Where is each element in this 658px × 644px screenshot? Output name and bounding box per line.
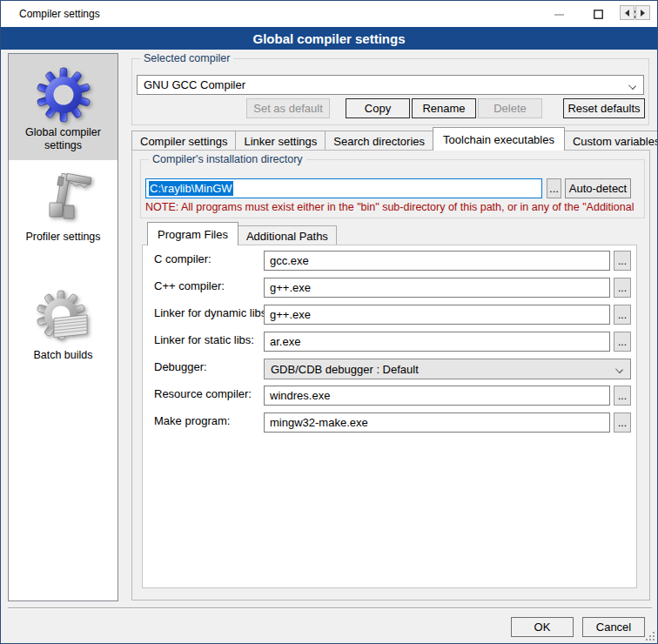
reset-defaults-button[interactable]: Reset defaults xyxy=(563,98,645,118)
c-compiler-label: C compiler: xyxy=(154,252,212,265)
gray-gear-stack-icon xyxy=(35,282,92,346)
tab-additional-paths[interactable]: Additional Paths xyxy=(238,225,337,245)
caliper-icon xyxy=(35,164,92,228)
cpp-compiler-label: C++ compiler: xyxy=(154,279,225,292)
settings-tab-strip: Compiler settings Linker settings Search… xyxy=(131,126,658,151)
rename-button[interactable]: Rename xyxy=(412,98,476,118)
ok-button[interactable]: OK xyxy=(511,617,574,637)
paths-tab-strip: Program Files Additional Paths xyxy=(147,225,336,245)
debugger-select-value: GDB/CDB debugger : Default xyxy=(271,363,419,376)
cpp-compiler-input[interactable] xyxy=(264,278,610,298)
installation-directory-input[interactable]: C:\raylib\MinGW xyxy=(145,178,542,198)
sidebar-item-global-compiler-settings[interactable]: Global compiler settings xyxy=(9,54,118,160)
linker-static-browse-button[interactable]: ... xyxy=(614,332,631,352)
resize-grip[interactable] xyxy=(646,632,655,641)
sidebar-item-batch-builds[interactable]: Batch builds xyxy=(9,282,118,372)
installation-directory-selected-text: C:\raylib\MinGW xyxy=(149,181,233,196)
debugger-label: Debugger: xyxy=(154,360,207,373)
minimize-icon xyxy=(554,10,564,19)
resource-compiler-browse-button[interactable]: ... xyxy=(614,386,631,406)
sidebar-item-label: Global compiler settings xyxy=(9,124,118,158)
tab-scroll-left-button[interactable] xyxy=(620,5,634,20)
resource-compiler-input[interactable] xyxy=(264,386,610,406)
sidebar-item-label: Batch builds xyxy=(28,346,97,367)
sidebar-item-profiler-settings[interactable]: Profiler settings xyxy=(9,164,118,258)
minimize-button[interactable] xyxy=(540,1,579,27)
make-program-browse-button[interactable]: ... xyxy=(614,413,631,433)
maximize-button[interactable] xyxy=(579,1,618,27)
linker-dynamic-input[interactable] xyxy=(264,305,610,325)
installation-directory-group-label: Compiler's installation directory xyxy=(149,153,306,165)
tab-scroll-right-button[interactable] xyxy=(635,5,650,20)
copy-button[interactable]: Copy xyxy=(346,98,410,118)
selected-compiler-group-label: Selected compiler xyxy=(140,52,233,64)
footer-divider xyxy=(8,607,652,609)
blue-gear-icon xyxy=(35,59,92,124)
title-bar: Compiler settings xyxy=(1,1,657,27)
tab-program-files[interactable]: Program Files xyxy=(147,222,238,245)
compiler-select-value: GNU GCC Compiler xyxy=(144,78,245,91)
cpp-compiler-browse-button[interactable]: ... xyxy=(614,278,631,298)
tab-linker-settings[interactable]: Linker settings xyxy=(235,131,326,151)
settings-category-list: Global compiler settings xyxy=(8,53,118,601)
sidebar-item-label: Profiler settings xyxy=(20,228,105,249)
set-as-default-button[interactable]: Set as default xyxy=(246,98,330,118)
c-compiler-input[interactable] xyxy=(264,251,610,271)
chevron-down-icon xyxy=(628,82,636,90)
bin-subdirectory-note: NOTE: All programs must exist either in … xyxy=(145,201,640,214)
make-program-label: Make program: xyxy=(154,414,230,427)
window-title: Compiler settings xyxy=(19,8,100,20)
browse-directory-button[interactable]: ... xyxy=(547,178,561,198)
left-arrow-icon xyxy=(625,10,629,17)
linker-dynamic-browse-button[interactable]: ... xyxy=(614,305,631,325)
auto-detect-button[interactable]: Auto-detect xyxy=(565,178,631,198)
chevron-down-icon xyxy=(615,366,623,373)
compiler-settings-dialog: Compiler settings Global compiler settin… xyxy=(0,0,658,644)
compiler-select[interactable]: GNU GCC Compiler xyxy=(137,75,644,95)
tab-custom-variables[interactable]: Custom variables xyxy=(564,131,658,151)
linker-static-input[interactable] xyxy=(264,332,610,352)
dialog-header: Global compiler settings xyxy=(1,27,657,50)
tab-toolchain-executables[interactable]: Toolchain executables xyxy=(433,127,565,151)
maximize-icon xyxy=(594,10,603,19)
delete-button[interactable]: Delete xyxy=(478,98,542,118)
linker-dynamic-label: Linker for dynamic libs: xyxy=(154,306,270,319)
linker-static-label: Linker for static libs: xyxy=(154,333,254,346)
cancel-button[interactable]: Cancel xyxy=(582,617,645,637)
tab-search-directories[interactable]: Search directories xyxy=(325,131,433,151)
right-arrow-icon xyxy=(641,10,645,17)
c-compiler-browse-button[interactable]: ... xyxy=(614,251,631,271)
tab-compiler-settings[interactable]: Compiler settings xyxy=(131,131,236,151)
resource-compiler-label: Resource compiler: xyxy=(154,387,252,400)
debugger-select[interactable]: GDB/CDB debugger : Default xyxy=(264,359,631,379)
dialog-header-title: Global compiler settings xyxy=(252,31,405,46)
make-program-input[interactable] xyxy=(264,413,610,433)
